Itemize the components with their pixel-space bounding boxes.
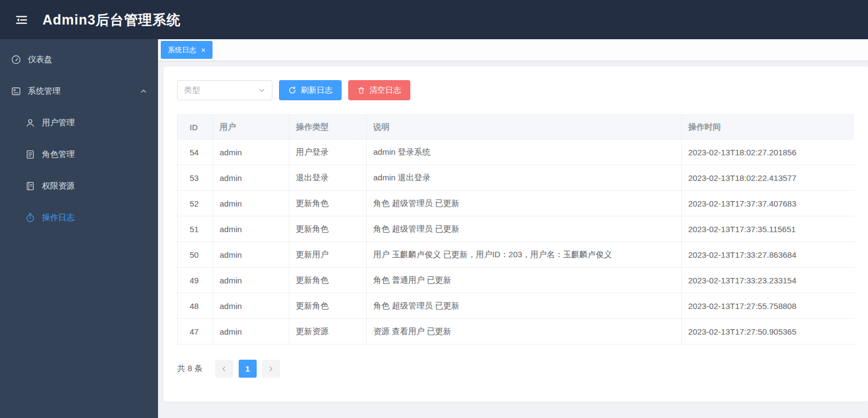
log-table-header: ID 用户 操作类型 说明 操作时间 [178, 115, 855, 140]
sidebar-item-label: 系统管理 [28, 86, 60, 96]
sidebar-item-user-management[interactable]: 用户管理 [0, 107, 158, 138]
table-cell-user: admin [213, 216, 289, 242]
table-cell-description: 资源 查看用户 已更新 [367, 319, 682, 344]
column-header-description: 说明 [367, 115, 682, 140]
table-cell-user: admin [213, 165, 289, 191]
table-row: 53admin退出登录admin 退出登录2023-02-13T18:02:22… [178, 165, 855, 191]
app-title: Admin3后台管理系统 [43, 11, 181, 29]
table-cell-operation-time: 2023-02-13T17:27:50.905365 [682, 319, 855, 344]
trash-icon [357, 87, 365, 94]
chevron-right-icon [268, 366, 274, 372]
table-cell-operation-time: 2023-02-13T17:37:35.115651 [682, 216, 855, 242]
chevron-down-icon [258, 87, 265, 94]
table-cell-operation-time: 2023-02-13T17:33:23.233154 [682, 268, 855, 293]
table-cell-operation-time: 2023-02-13T18:02:22.413577 [682, 165, 855, 191]
table-cell-operation-time: 2023-02-13T17:27:55.758808 [682, 293, 855, 319]
toolbar: 类型 刷新日志 [177, 80, 854, 100]
table-cell-operation-type: 更新角色 [289, 293, 367, 319]
column-header-operation-time: 操作时间 [682, 115, 855, 140]
table-cell-description: 角色 超级管理员 已更新 [367, 293, 682, 319]
table-row: 51admin更新角色角色 超级管理员 已更新2023-02-13T17:37:… [178, 216, 855, 242]
user-icon [25, 118, 35, 128]
chevron-left-icon [221, 366, 227, 372]
table-cell-id: 52 [178, 191, 213, 216]
column-header-id: ID [178, 115, 213, 140]
tab-label: 系统日志 [168, 45, 196, 55]
sidebar-item-dashboard[interactable]: 仪表盘 [0, 44, 158, 75]
table-cell-operation-time: 2023-02-13T17:37:37.407683 [682, 191, 855, 216]
column-header-user: 用户 [213, 115, 289, 140]
table-cell-id: 50 [178, 242, 213, 268]
table-cell-description: 用户 玉麒麟卢俊义 已更新，用户ID：203，用户名：玉麒麟卢俊义 [367, 242, 682, 268]
resource-icon [25, 181, 35, 191]
sidebar-item-label: 权限资源 [42, 181, 75, 191]
sidebar-item-role-management[interactable]: 角色管理 [0, 138, 158, 170]
table-cell-id: 47 [178, 319, 213, 344]
sidebar: 仪表盘 系统管理 用户管理 [0, 39, 158, 418]
pagination: 共 8 条 1 [177, 360, 854, 378]
table-cell-id: 51 [178, 216, 213, 242]
refresh-logs-button[interactable]: 刷新日志 [279, 80, 342, 100]
table-row: 48admin更新角色角色 超级管理员 已更新2023-02-13T17:27:… [178, 293, 855, 319]
table-row: 47admin更新资源资源 查看用户 已更新2023-02-13T17:27:5… [178, 319, 855, 344]
clear-logs-label: 清空日志 [369, 85, 401, 95]
table-cell-user: admin [213, 293, 289, 319]
main-content: 系统日志 × 类型 刷新日志 [158, 39, 868, 418]
sidebar-item-system-management[interactable]: 系统管理 [0, 75, 158, 107]
table-cell-description: 角色 超级管理员 已更新 [367, 216, 682, 242]
table-cell-operation-type: 退出登录 [289, 165, 367, 191]
table-cell-user: admin [213, 140, 289, 165]
table-cell-user: admin [213, 191, 289, 216]
table-cell-operation-type: 用户登录 [289, 140, 367, 165]
app-header: Admin3后台管理系统 [0, 0, 868, 39]
type-select[interactable]: 类型 [177, 80, 272, 100]
clear-logs-button[interactable]: 清空日志 [348, 80, 410, 100]
table-row: 50admin更新用户用户 玉麒麟卢俊义 已更新，用户ID：203，用户名：玉麒… [178, 242, 855, 268]
refresh-logs-label: 刷新日志 [301, 85, 332, 95]
sidebar-item-label: 角色管理 [42, 149, 75, 160]
table-cell-operation-time: 2023-02-13T18:02:27.201856 [682, 140, 855, 165]
role-icon [25, 149, 35, 160]
table-cell-operation-time: 2023-02-13T17:33:27.863684 [682, 242, 855, 268]
table-cell-operation-type: 更新角色 [289, 191, 367, 216]
table-cell-description: 角色 普通用户 已更新 [367, 268, 682, 293]
table-cell-id: 48 [178, 293, 213, 319]
type-select-placeholder: 类型 [184, 85, 200, 95]
table-cell-operation-type: 更新用户 [289, 242, 367, 268]
sidebar-item-label: 操作日志 [42, 213, 75, 223]
stopwatch-icon [25, 213, 35, 223]
table-cell-description: 角色 超级管理员 已更新 [367, 191, 682, 216]
system-icon [11, 86, 21, 96]
table-cell-user: admin [213, 242, 289, 268]
prev-page-button[interactable] [215, 360, 233, 378]
table-cell-id: 54 [178, 140, 213, 165]
sidebar-toggle-button[interactable] [12, 10, 31, 29]
fold-menu-icon [14, 13, 29, 27]
page-1-button[interactable]: 1 [239, 360, 257, 378]
log-table: ID 用户 操作类型 说明 操作时间 54admin用户登录admin 登录系统… [177, 114, 854, 344]
next-page-button[interactable] [262, 360, 280, 378]
tab-bar: 系统日志 × [158, 39, 868, 61]
refresh-icon [288, 86, 296, 94]
close-icon[interactable]: × [201, 46, 205, 54]
dashboard-icon [11, 54, 21, 65]
column-header-operation-type: 操作类型 [289, 115, 367, 140]
table-cell-id: 49 [178, 268, 213, 293]
sidebar-item-label: 仪表盘 [28, 54, 52, 65]
table-cell-operation-type: 更新资源 [289, 319, 367, 344]
table-cell-operation-type: 更新角色 [289, 268, 367, 293]
table-row: 52admin更新角色角色 超级管理员 已更新2023-02-13T17:37:… [178, 191, 855, 216]
sidebar-item-permission-resources[interactable]: 权限资源 [0, 170, 158, 202]
chevron-up-icon [140, 88, 147, 95]
table-cell-user: admin [213, 319, 289, 344]
table-row: 54admin用户登录admin 登录系统2023-02-13T18:02:27… [178, 140, 855, 165]
sidebar-item-operation-logs[interactable]: 操作日志 [0, 202, 158, 233]
table-cell-operation-type: 更新角色 [289, 216, 367, 242]
tab-system-log[interactable]: 系统日志 × [161, 41, 213, 59]
pagination-total: 共 8 条 [177, 364, 203, 374]
table-cell-user: admin [213, 268, 289, 293]
table-row: 49admin更新角色角色 普通用户 已更新2023-02-13T17:33:2… [178, 268, 855, 293]
log-table-body: 54admin用户登录admin 登录系统2023-02-13T18:02:27… [178, 140, 855, 344]
table-cell-description: admin 退出登录 [367, 165, 682, 191]
table-cell-id: 53 [178, 165, 213, 191]
